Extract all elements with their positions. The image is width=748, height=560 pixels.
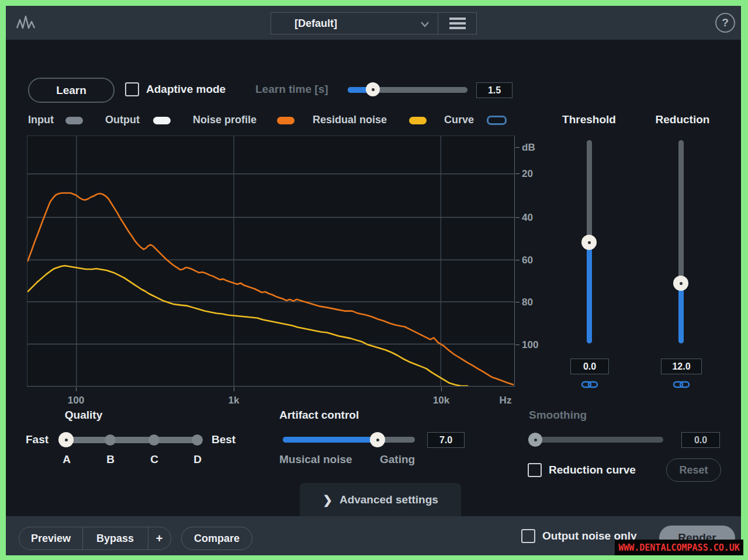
artifact-gating-label: Gating bbox=[380, 453, 415, 466]
watermark: WWW.DENTALCOMPASS.CO.UK bbox=[615, 540, 743, 555]
plugin-window: [Default] ? Learn Adaptive mode Learn ti… bbox=[0, 0, 748, 560]
threshold-link-icon[interactable] bbox=[581, 380, 598, 389]
reduction-curve-label: Reduction curve bbox=[549, 464, 636, 476]
quality-detent-c[interactable] bbox=[148, 434, 160, 446]
bypass-button[interactable]: Bypass bbox=[82, 527, 148, 549]
preset-name: [Default] bbox=[295, 18, 337, 30]
quality-detent-d[interactable] bbox=[192, 434, 203, 446]
quality-label: Quality bbox=[58, 409, 109, 422]
quality-step-d: D bbox=[192, 453, 203, 466]
preview-button[interactable]: Preview bbox=[19, 527, 82, 549]
legend-noise-profile-swatch bbox=[277, 117, 295, 124]
header-bar: [Default] ? bbox=[0, 0, 748, 40]
advanced-settings-label: Advanced settings bbox=[340, 493, 438, 506]
help-button[interactable]: ? bbox=[715, 13, 735, 33]
quality-fast-label: Fast bbox=[26, 433, 49, 446]
bypass-plus-button[interactable]: + bbox=[148, 527, 171, 549]
legend-curve-swatch bbox=[487, 116, 507, 125]
frame-top bbox=[0, 0, 748, 6]
app-logo-icon bbox=[16, 14, 36, 32]
output-noise-only-checkbox[interactable] bbox=[521, 529, 535, 543]
quality-step-a: A bbox=[61, 453, 72, 466]
bypass-button-label: Bypass bbox=[96, 533, 134, 545]
freq-tick-1k: 1k bbox=[219, 395, 248, 406]
artifact-control-knob[interactable] bbox=[370, 432, 385, 447]
adaptive-mode-checkbox[interactable] bbox=[125, 82, 139, 96]
db-axis-unit: dB bbox=[522, 142, 535, 154]
spectrum-curves bbox=[27, 136, 514, 386]
help-icon: ? bbox=[722, 16, 729, 29]
frame-left bbox=[0, 0, 6, 560]
legend-output-swatch bbox=[153, 117, 171, 124]
legend-input-label: Input bbox=[28, 114, 54, 126]
db-tick-40: 40 bbox=[522, 212, 533, 224]
legend-curve-label: Curve bbox=[444, 114, 474, 126]
chevron-down-icon bbox=[420, 21, 430, 27]
preset-menu-button[interactable] bbox=[438, 12, 477, 34]
threshold-label: Threshold bbox=[549, 113, 629, 126]
threshold-knob[interactable] bbox=[581, 235, 597, 250]
freq-axis-unit: Hz bbox=[491, 395, 520, 406]
smoothing-knob[interactable] bbox=[528, 433, 542, 447]
reduction-knob[interactable] bbox=[673, 276, 688, 291]
db-tick-20: 20 bbox=[522, 168, 533, 180]
reset-button-label: Reset bbox=[679, 464, 708, 476]
learn-time-value[interactable]: 1.5 bbox=[476, 82, 512, 98]
quality-best-label: Best bbox=[212, 433, 236, 446]
legend-input-swatch bbox=[65, 117, 83, 124]
legend-residual-noise-label: Residual noise bbox=[313, 114, 387, 126]
learn-time-label: Learn time [s] bbox=[255, 83, 328, 96]
reduction-value[interactable]: 12.0 bbox=[661, 359, 702, 374]
smoothing-value[interactable]: 0.0 bbox=[681, 432, 720, 448]
watermark-text: WWW.DENTALCOMPASS.CO.UK bbox=[618, 542, 740, 553]
artifact-control-label: Artifact control bbox=[279, 409, 359, 422]
legend-noise-profile-label: Noise profile bbox=[193, 114, 257, 126]
preset-selector[interactable]: [Default] bbox=[271, 12, 438, 34]
quality-detent-b[interactable] bbox=[105, 434, 116, 446]
artifact-control-value[interactable]: 7.0 bbox=[427, 432, 465, 448]
hamburger-icon bbox=[449, 17, 466, 30]
compare-button-label: Compare bbox=[194, 533, 240, 545]
frame-right bbox=[741, 0, 748, 560]
learn-time-knob[interactable] bbox=[366, 82, 380, 96]
freq-tick-100: 100 bbox=[61, 395, 91, 406]
freq-tick-10k: 10k bbox=[427, 395, 456, 406]
advanced-settings-toggle[interactable]: ❯ Advanced settings bbox=[300, 483, 461, 516]
frame-bottom bbox=[0, 555, 748, 560]
db-tick-60: 60 bbox=[522, 255, 533, 266]
learn-button[interactable]: Learn bbox=[28, 78, 115, 103]
reset-button[interactable]: Reset bbox=[666, 458, 721, 482]
learn-button-label: Learn bbox=[56, 84, 86, 97]
db-tick-100: 100 bbox=[522, 339, 538, 351]
reduction-curve-checkbox[interactable] bbox=[528, 463, 542, 477]
reduction-link-icon[interactable] bbox=[673, 380, 690, 389]
compare-button[interactable]: Compare bbox=[181, 527, 252, 550]
bypass-plus-label: + bbox=[156, 532, 163, 545]
artifact-musical-noise-label: Musical noise bbox=[279, 453, 352, 466]
quality-knob[interactable] bbox=[58, 432, 74, 447]
chevron-right-icon: ❯ bbox=[323, 493, 333, 507]
quality-step-b: B bbox=[105, 453, 116, 466]
preview-button-label: Preview bbox=[31, 533, 71, 545]
threshold-value[interactable]: 0.0 bbox=[570, 359, 609, 374]
adaptive-mode-label: Adaptive mode bbox=[146, 83, 226, 96]
legend-output-label: Output bbox=[105, 114, 140, 126]
spectrum-graph[interactable] bbox=[27, 135, 515, 387]
smoothing-label: Smoothing bbox=[529, 409, 587, 422]
db-tick-80: 80 bbox=[522, 297, 533, 308]
legend-residual-noise-swatch bbox=[409, 117, 427, 124]
monitor-button-group: Preview Bypass + bbox=[19, 527, 171, 550]
quality-step-c: C bbox=[149, 453, 160, 466]
reduction-label: Reduction bbox=[643, 113, 722, 126]
